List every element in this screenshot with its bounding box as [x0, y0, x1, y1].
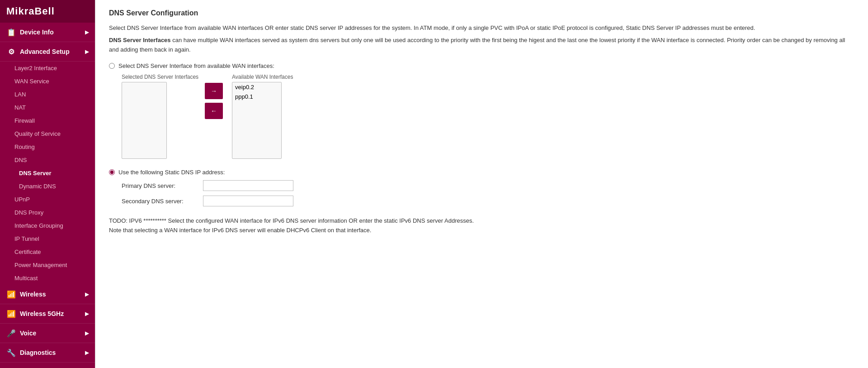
- static-dns-section: Use the following Static DNS IP address:…: [109, 169, 854, 206]
- page-title: DNS Server Configuration: [109, 9, 854, 17]
- nav-section-diagnostics: 🔧 Diagnostics ▶: [0, 343, 95, 363]
- sidebar-item-label: Device Info: [20, 29, 54, 36]
- selected-listbox-container: Selected DNS Server Interfaces: [122, 74, 198, 159]
- chevron-right-icon: ▶: [85, 49, 89, 55]
- sidebar-item-quality-of-service[interactable]: Quality of Service: [0, 127, 95, 140]
- primary-dns-label: Primary DNS server:: [122, 182, 203, 189]
- advanced-setup-children: Layer2 Interface WAN Service LAN NAT Fir…: [0, 62, 95, 285]
- secondary-dns-input[interactable]: [203, 196, 293, 206]
- voice-icon: 🎤: [6, 328, 16, 338]
- arrow-left-icon: ←: [211, 107, 217, 115]
- nav-section-advanced-setup: ⚙ Advanced Setup ▶ Layer2 Interface WAN …: [0, 42, 95, 285]
- sidebar-item-multicast[interactable]: Multicast: [0, 272, 95, 285]
- radio-section-1: Select DNS Server Interface from availab…: [109, 62, 854, 159]
- secondary-dns-row: Secondary DNS server:: [122, 196, 854, 206]
- sidebar-item-wan-service[interactable]: WAN Service: [0, 75, 95, 88]
- sidebar-item-label: Voice: [20, 330, 36, 337]
- sidebar-item-dns-proxy[interactable]: DNS Proxy: [0, 206, 95, 219]
- sidebar-item-upnp[interactable]: UPnP: [0, 193, 95, 206]
- chevron-right-icon: ▶: [85, 29, 89, 35]
- sidebar-item-label: Diagnostics: [20, 349, 56, 356]
- radio-wan-label[interactable]: Select DNS Server Interface from availab…: [118, 62, 274, 69]
- radio-static-dns[interactable]: [109, 169, 115, 175]
- todo-section: TODO: IPV6 ********** Select the configu…: [109, 216, 854, 235]
- radio-row-1: Select DNS Server Interface from availab…: [109, 62, 854, 69]
- radio-static-label[interactable]: Use the following Static DNS IP address:: [118, 169, 225, 176]
- primary-dns-input[interactable]: [203, 180, 293, 191]
- nav-section-wireless: 📶 Wireless ▶: [0, 285, 95, 304]
- sidebar-item-wireless[interactable]: 📶 Wireless ▶: [0, 285, 95, 304]
- sidebar-item-dns[interactable]: DNS: [0, 153, 95, 167]
- chevron-right-icon: ▶: [85, 350, 89, 356]
- available-label: Available WAN Interfaces: [232, 74, 293, 80]
- sidebar-item-ip-tunnel[interactable]: IP Tunnel: [0, 232, 95, 245]
- remove-interface-button[interactable]: ←: [205, 103, 223, 119]
- logo-area: MikraBell: [0, 0, 95, 23]
- description-1: Select DNS Server Interface from availab…: [109, 24, 854, 33]
- dns-interfaces-bold: DNS Server Interfaces: [109, 37, 171, 43]
- interface-option-ppp0-1[interactable]: ppp0.1: [232, 92, 281, 101]
- sidebar-item-label: Advanced Setup: [20, 48, 70, 55]
- primary-dns-row: Primary DNS server:: [122, 180, 854, 191]
- description-2-rest: can have multiple WAN interfaces served …: [109, 37, 845, 53]
- diagnostics-icon: 🔧: [6, 348, 16, 358]
- sidebar-item-management[interactable]: 🛠 Management ▶: [0, 363, 95, 368]
- available-interfaces-listbox[interactable]: veip0.2 ppp0.1: [232, 82, 282, 159]
- main-content: DNS Server Configuration Select DNS Serv…: [95, 0, 868, 368]
- note-text: Note that selecting a WAN interface for …: [109, 226, 854, 235]
- radio-wan-interfaces[interactable]: [109, 63, 115, 69]
- sidebar-item-dynamic-dns[interactable]: Dynamic DNS: [0, 180, 95, 193]
- sidebar-item-firewall[interactable]: Firewall: [0, 114, 95, 127]
- sidebar-item-label: Wireless: [20, 291, 46, 298]
- sidebar-item-routing[interactable]: Routing: [0, 140, 95, 153]
- todo-text: TODO: IPV6 ********** Select the configu…: [109, 216, 854, 226]
- nav-section-wireless-5ghz: 📶 Wireless 5GHz ▶: [0, 304, 95, 324]
- secondary-dns-label: Secondary DNS server:: [122, 198, 203, 205]
- device-info-icon: 📋: [6, 27, 16, 37]
- logo-text: MikraBell: [6, 5, 55, 17]
- arrow-right-icon: →: [211, 87, 217, 95]
- add-interface-button[interactable]: →: [205, 83, 223, 99]
- nav-section-voice: 🎤 Voice ▶: [0, 324, 95, 343]
- sidebar-item-layer2-interface[interactable]: Layer2 Interface: [0, 62, 95, 75]
- sidebar-item-advanced-setup[interactable]: ⚙ Advanced Setup ▶: [0, 42, 95, 62]
- sidebar-item-dns-server[interactable]: DNS Server: [0, 167, 95, 180]
- sidebar-item-wireless-5ghz[interactable]: 📶 Wireless 5GHz ▶: [0, 304, 95, 324]
- radio-row-2: Use the following Static DNS IP address:: [109, 169, 854, 176]
- sidebar-item-label: Wireless 5GHz: [20, 310, 64, 317]
- chevron-right-icon: ▶: [85, 311, 89, 317]
- sidebar-item-nat[interactable]: NAT: [0, 101, 95, 114]
- sidebar-item-interface-grouping[interactable]: Interface Grouping: [0, 219, 95, 232]
- selected-interfaces-listbox[interactable]: [122, 82, 167, 159]
- static-dns-fields: Primary DNS server: Secondary DNS server…: [122, 180, 854, 206]
- sidebar-item-lan[interactable]: LAN: [0, 88, 95, 101]
- interface-option-veip0-2[interactable]: veip0.2: [232, 82, 281, 92]
- wan-selector: Selected DNS Server Interfaces → ← Avail…: [122, 74, 854, 159]
- available-listbox-container: Available WAN Interfaces veip0.2 ppp0.1: [232, 74, 293, 159]
- sidebar-item-certificate[interactable]: Certificate: [0, 245, 95, 258]
- sidebar-item-voice[interactable]: 🎤 Voice ▶: [0, 324, 95, 343]
- advanced-setup-icon: ⚙: [6, 47, 16, 57]
- wireless-5ghz-icon: 📶: [6, 309, 16, 319]
- nav-section-device-info: 📋 Device Info ▶: [0, 23, 95, 42]
- chevron-right-icon: ▶: [85, 292, 89, 297]
- sidebar-item-device-info[interactable]: 📋 Device Info ▶: [0, 23, 95, 42]
- selected-label: Selected DNS Server Interfaces: [122, 74, 198, 80]
- arrow-buttons-container: → ←: [205, 83, 223, 119]
- wireless-icon: 📶: [6, 289, 16, 299]
- sidebar-item-power-management[interactable]: Power Management: [0, 258, 95, 272]
- content-area: DNS Server Configuration Select DNS Serv…: [95, 0, 868, 249]
- description-2: DNS Server Interfaces can have multiple …: [109, 36, 854, 55]
- chevron-right-icon: ▶: [85, 330, 89, 336]
- sidebar-item-diagnostics[interactable]: 🔧 Diagnostics ▶: [0, 343, 95, 363]
- sidebar: MikraBell 📋 Device Info ▶ ⚙ Advanced Set…: [0, 0, 95, 368]
- nav-section-management: 🛠 Management ▶: [0, 363, 95, 368]
